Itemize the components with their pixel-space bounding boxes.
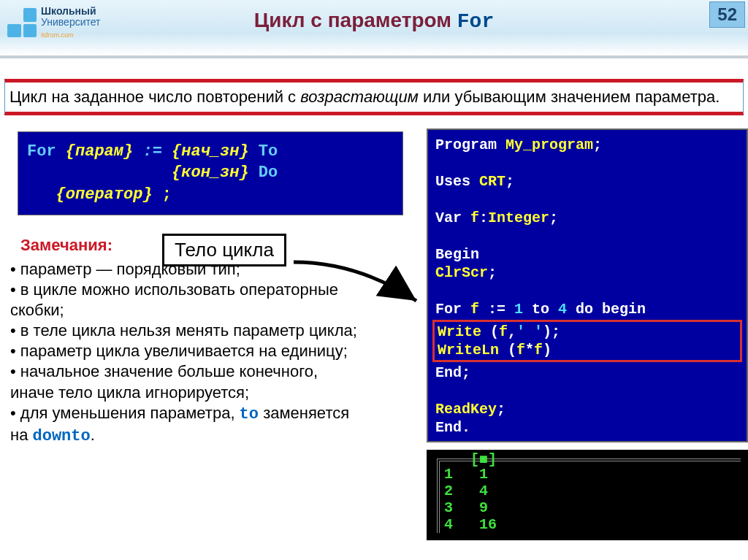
kw-do: Do <box>249 164 278 182</box>
arrow-icon <box>292 244 424 310</box>
plh-start: {нач_зн} <box>172 142 249 161</box>
right-column: Program My_program; Uses CRT; Var f:Inte… <box>427 129 748 540</box>
note-5b: иначе тело цикла игнорируется; <box>10 383 418 403</box>
plh-end: {кон_зн} <box>172 164 249 182</box>
console-title: [■] <box>470 451 497 468</box>
syntax-sc: ; <box>153 185 172 204</box>
loop-body-label: Тело цикла <box>162 234 286 266</box>
page-number: 52 <box>709 1 745 28</box>
slide-header: Школьный Университет itdrom.com Цикл с п… <box>0 0 748 58</box>
code-ide: Program My_program; Uses CRT; Var f:Inte… <box>427 129 748 442</box>
definition-box: Цикл на заданное число повторений с возр… <box>4 79 744 115</box>
note-5a: • начальное значение больше конечного, <box>10 361 418 382</box>
content-columns: For {парам} := {нач_зн} То For {парам} :… <box>0 129 748 540</box>
console-row: 4 16 <box>444 516 741 533</box>
console-row: 1 1 <box>444 466 741 483</box>
op-assign: := <box>133 142 172 161</box>
note-3: • в теле цикла нельзя менять параметр ци… <box>10 321 418 341</box>
left-column: For {парам} := {нач_зн} То For {парам} :… <box>0 129 418 540</box>
console-row: 3 9 <box>444 499 741 516</box>
logo-sub: itdrom.com <box>41 31 74 39</box>
def-pre: Цикл на заданное число повторений с <box>9 88 300 106</box>
plh-param: {парам} <box>56 142 134 161</box>
logo-line2: Университет <box>41 16 100 28</box>
logo: Школьный Университет itdrom.com <box>7 6 100 39</box>
highlighted-code: Write (f,' '); WriteLn (f*f) <box>432 320 742 362</box>
title-text: Цикл с параметром <box>254 9 457 31</box>
slide-title: Цикл с параметром For <box>0 0 748 33</box>
console-border: 1 1 2 4 3 9 4 16 <box>437 459 741 533</box>
console-row: 2 4 <box>444 483 741 499</box>
logo-text: Школьный Университет itdrom.com <box>41 6 100 39</box>
console-output: [■] 1 1 2 4 3 9 4 16 <box>427 450 748 540</box>
kw-to: То <box>249 142 278 161</box>
kw-for: For <box>27 142 56 161</box>
logo-icon <box>7 8 37 37</box>
note-6: • для уменьшения параметра, to заменяетс… <box>10 403 418 425</box>
logo-line1: Школьный <box>41 5 96 17</box>
def-em: возрастающим <box>300 88 419 106</box>
def-post: или убывающим значением параметра. <box>419 88 720 106</box>
syntax-box: For {парам} := {нач_зн} То For {парам} :… <box>18 131 403 215</box>
note-6c: на downto. <box>10 425 418 447</box>
plh-op: {оператор} <box>56 185 153 204</box>
title-keyword: For <box>457 10 494 33</box>
note-4: • параметр цикла увеличивается на единиц… <box>10 341 418 361</box>
